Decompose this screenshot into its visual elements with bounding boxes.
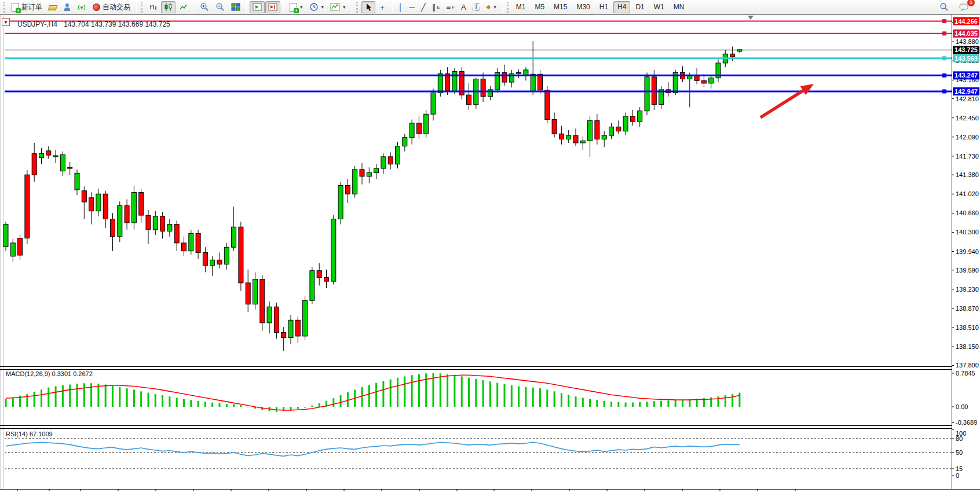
autoscroll-button[interactable] [250,1,265,13]
gold-button[interactable] [46,1,60,13]
macd-histogram-bar [190,400,192,407]
candle-body [367,172,371,176]
new-order-button[interactable]: + 新订单 [9,1,45,13]
candle-body [153,216,158,230]
level-line-handle[interactable] [942,31,946,35]
candle-body [552,119,557,134]
timeframe-button-h1[interactable]: H1 [595,1,612,13]
level-price-label: 142.947 [955,88,978,95]
candle-body [345,186,350,194]
toolbar-separator [392,2,393,13]
toolbar-grip[interactable] [141,2,143,13]
equidistant-channel-icon: ∥ [432,3,436,11]
timeframe-button-m5[interactable]: M5 [531,1,548,13]
price-tick-label: 138.150 [956,343,979,350]
fibonacci-tool-button[interactable]: ≡ F [444,1,458,13]
candle-body [232,227,236,247]
macd-histogram-bar [525,387,526,407]
timeframe-button-d1[interactable]: D1 [631,1,648,13]
level-price-label: 144.035 [955,30,978,37]
macd-histogram-bar [183,399,185,407]
toolbar-separator [352,2,352,13]
one-click-trading-button[interactable]: ▼ [2,18,10,26]
candle-body [25,175,30,238]
macd-histogram-bar [319,403,320,407]
timeframe-button-h4[interactable]: H4 [613,1,630,13]
price-tick-label: 139.940 [956,248,979,255]
cursor-tool-button[interactable] [361,1,375,13]
level-line-handle[interactable] [942,89,946,93]
candle-body [409,123,414,138]
candle-body [452,72,457,91]
bar-chart-button[interactable] [146,1,160,13]
new-chart-button[interactable]: + ▾ [287,1,306,13]
macd-histogram-bar [561,393,562,407]
autotrading-button[interactable]: 自动交易 [90,1,133,13]
tile-windows-button[interactable] [228,1,243,13]
chart-shift-button[interactable] [265,1,280,13]
macd-histogram-bar [554,391,555,407]
period-button[interactable]: ▾ [306,1,327,13]
crosshair-tool-button[interactable]: ＋ [376,1,389,13]
timeframe-button-m1[interactable]: M1 [512,1,530,13]
zoom-out-button[interactable] [213,1,228,13]
notifications-button[interactable]: 1 [956,1,972,13]
macd-histogram-bar [454,375,455,407]
macd-histogram-bar [76,384,78,407]
macd-histogram-bar [226,404,228,407]
indicators-button[interactable]: ▾ [327,1,349,13]
channel-letter: E [437,5,440,10]
macd-histogram-bar [461,376,463,407]
toolbar-separator [283,2,284,13]
macd-histogram-bar [404,376,405,407]
shapes-tool-button[interactable]: ◆ ▾ [484,1,499,13]
macd-histogram-bar [240,405,242,407]
text-tool-icon: A [461,3,466,11]
toolbar-grip[interactable] [356,2,359,13]
candle-body [445,73,450,91]
horizontal-line-tool-button[interactable]: ─ [407,1,418,13]
macd-histogram-bar [738,393,740,407]
timeframe-button-mn[interactable]: MN [670,1,689,13]
line-chart-button[interactable] [176,1,191,13]
price-tick-label: 142.810 [956,95,979,102]
chart-canvas[interactable]: 144.240143.880143.520143.160142.810142.4… [0,14,980,493]
toolbar-grip[interactable] [507,2,509,13]
candle-chart-button[interactable] [161,1,175,13]
macd-histogram-bar [504,384,506,407]
macd-histogram-bar [489,381,491,407]
text-tool-button[interactable]: A [458,1,469,13]
level-line-handle[interactable] [942,19,946,23]
label-tool-button[interactable]: T [470,1,483,13]
trendline-tool-button[interactable]: ╱ [418,1,429,13]
candle-body [431,93,436,114]
price-tick-label: 138.870 [956,305,979,312]
vertical-line-tool-button[interactable]: │ [396,1,406,13]
channel-tool-button[interactable]: ∥ E [429,1,443,13]
macd-histogram-bar [496,383,498,407]
zoom-in-button[interactable] [197,1,212,13]
candle-body [196,233,200,252]
macd-histogram-bar [732,394,733,407]
level-line-handle[interactable] [942,56,946,60]
timeframe-button-m15[interactable]: M15 [550,1,571,13]
macd-histogram-bar [347,392,349,407]
level-line-handle[interactable] [942,73,946,78]
candle-body [588,120,593,141]
signals-button[interactable] [75,1,89,13]
chevron-down-icon: ▾ [300,4,303,10]
toolbar-grip[interactable] [3,2,6,13]
timeframe-button-m30[interactable]: M30 [572,1,594,13]
chart-area[interactable]: 144.240143.880143.520143.160142.810142.4… [0,14,980,493]
new-order-label: 新订单 [21,2,42,12]
macd-axis-label: 0.7845 [956,370,975,377]
search-button[interactable] [937,1,952,13]
macd-histogram-bar [382,381,384,407]
profile-button[interactable] [60,1,74,13]
candle-body [182,243,187,251]
macd-indicator-label: MACD(12,26,9) 0.3301 0.2672 [6,370,93,377]
macd-histogram-bar [482,380,484,407]
candle-body [217,260,222,264]
timeframe-button-w1[interactable]: W1 [650,1,668,13]
candle-body [75,173,79,190]
